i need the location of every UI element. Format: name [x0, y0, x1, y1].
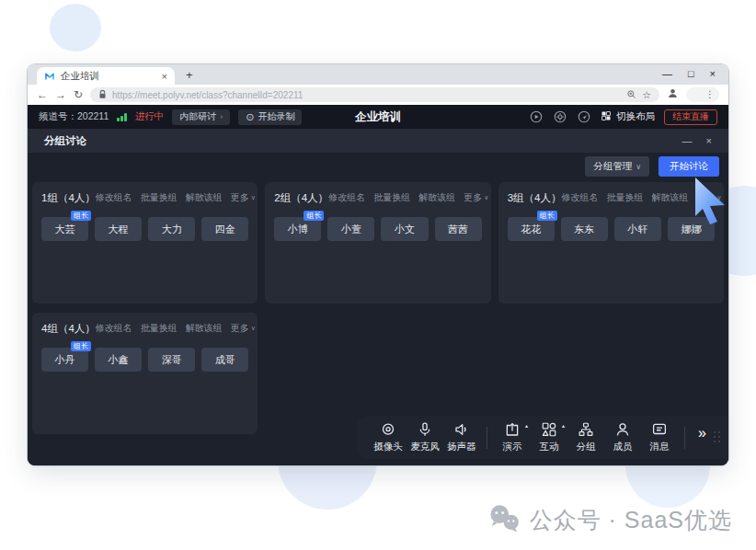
member-name: 四金 — [215, 223, 235, 236]
group-action[interactable]: 修改组名 — [328, 191, 365, 204]
lock-icon — [98, 86, 107, 103]
member-chip[interactable]: 成哥 — [201, 348, 248, 372]
expand-more-icon[interactable]: » — [698, 426, 706, 441]
start-record-label: 开始录制 — [258, 110, 294, 123]
group-action[interactable]: 批量换组 — [141, 322, 178, 335]
switch-layout-label: 切换布局 — [616, 110, 655, 123]
group-more-button[interactable]: 更多∨ — [696, 191, 721, 204]
group-card-header: 3组（4人）修改组名批量换组解散该组更多∨ — [508, 190, 715, 205]
member-chip[interactable]: 小轩 — [614, 217, 661, 241]
member-chip[interactable]: 花花组长 — [508, 217, 555, 241]
browser-menu-button[interactable]: ⋮ — [686, 87, 719, 102]
app-area: 频道号：202211 进行中 内部研讨 › ⊙ 开始录制 企业培训 — [28, 105, 728, 465]
toolbar-mic-button[interactable]: 麦克风 — [407, 421, 443, 453]
group-label: 4组（4人） — [41, 322, 96, 336]
group-manage-button[interactable]: 分组管理 ∨ — [585, 156, 649, 177]
zoom-icon[interactable] — [626, 86, 636, 103]
toolbar-member-button[interactable]: 成员 — [604, 421, 641, 453]
member-chip[interactable]: 茜茜 — [435, 217, 482, 241]
member-chip[interactable]: 深哥 — [148, 348, 195, 372]
group-action[interactable]: 修改组名 — [96, 322, 132, 335]
group-action[interactable]: 批量换组 — [373, 191, 410, 204]
window-close-icon[interactable]: × — [710, 67, 716, 80]
member-name: 深哥 — [162, 353, 182, 367]
group-label: 3组（4人） — [508, 191, 562, 205]
window-maximize-icon[interactable]: □ — [688, 67, 694, 80]
group-action[interactable]: 解散该组 — [651, 191, 688, 204]
toolbar-item-label: 分组 — [577, 441, 596, 453]
member-chip[interactable]: 大芸组长 — [41, 217, 88, 241]
toolbar-group-button[interactable]: 分组 — [567, 421, 604, 453]
group-action[interactable]: 解散该组 — [186, 191, 223, 204]
panel-minimize-icon[interactable]: — — [682, 136, 693, 146]
leader-badge: 组长 — [71, 211, 91, 221]
chevron-down-icon: ∨ — [716, 194, 721, 201]
member-chip[interactable]: 大力 — [148, 217, 195, 241]
member-chip[interactable]: 小鑫 — [95, 348, 142, 372]
member-chips: 大芸组长大程大力四金 — [41, 217, 248, 241]
caret-up-icon: ▴ — [562, 422, 565, 429]
new-tab-button[interactable]: + — [186, 68, 193, 82]
panel-title: 分组讨论 — [44, 134, 86, 148]
internal-discussion-button[interactable]: 内部研讨 › — [172, 109, 230, 125]
group-action[interactable]: 修改组名 — [96, 191, 132, 204]
chevron-down-icon: ∨ — [251, 194, 256, 201]
group-actions: 修改组名批量换组解散该组更多∨ — [96, 322, 256, 335]
panel-controls: — × — [682, 136, 712, 146]
switch-layout-button[interactable]: 切换布局 — [601, 110, 655, 123]
group-action[interactable]: 修改组名 — [561, 191, 598, 204]
member-chip[interactable]: 小萱 — [327, 217, 374, 241]
chevron-down-icon: ∨ — [251, 325, 256, 332]
panel-actions: 分组管理 ∨ 开始讨论 — [585, 156, 719, 177]
group-actions: 修改组名批量换组解散该组更多∨ — [328, 191, 488, 204]
toolbar-speaker-button[interactable]: 扬声器 — [443, 421, 480, 453]
camera-icon — [380, 421, 396, 438]
forward-icon[interactable]: → — [55, 89, 66, 100]
group-more-button[interactable]: 更多∨ — [464, 191, 488, 204]
groups-grid: 1组（4人）修改组名批量换组解散该组更多∨大芸组长大程大力四金2组（4人）修改组… — [32, 182, 724, 434]
group-action[interactable]: 解散该组 — [186, 322, 223, 335]
group-more-button[interactable]: 更多∨ — [231, 322, 256, 335]
reload-icon[interactable]: ↻ — [74, 89, 83, 100]
toolbar-camera-button[interactable]: 摄像头 — [370, 421, 407, 453]
top-bar-right: 切换布局 结束直播 — [529, 109, 717, 125]
start-discussion-button[interactable]: 开始讨论 — [659, 156, 719, 177]
member-chip[interactable]: 四金 — [201, 217, 248, 241]
playback-icon[interactable] — [529, 109, 544, 124]
end-live-button[interactable]: 结束直播 — [664, 109, 717, 125]
bookmark-star-icon[interactable]: ☆ — [642, 90, 651, 100]
member-chip[interactable]: 小博组长 — [274, 217, 321, 241]
member-chip[interactable]: 小文 — [381, 217, 428, 241]
browser-tab[interactable]: 企业培训 × — [37, 67, 175, 85]
group-manage-label: 分组管理 — [593, 160, 632, 173]
tab-close-icon[interactable]: × — [162, 71, 167, 82]
group-action[interactable]: 批量换组 — [141, 191, 178, 204]
member-chip[interactable]: 东东 — [561, 217, 608, 241]
group-action[interactable]: 解散该组 — [418, 191, 455, 204]
share-icon[interactable] — [577, 109, 591, 124]
interact-icon: ▴ — [541, 421, 557, 438]
toolbar-interact-button[interactable]: ▴互动 — [531, 421, 567, 453]
channel-label: 频道号：202211 — [39, 110, 109, 123]
screenshot-stage: 企业培训 × + — □ × ← → ↻ https://meet.polyv.… — [0, 0, 756, 550]
internal-discussion-label: 内部研讨 — [179, 110, 216, 123]
drag-handle-icon[interactable] — [714, 431, 721, 443]
window-minimize-icon[interactable]: — — [662, 67, 672, 80]
member-chip[interactable]: 小丹组长 — [41, 348, 88, 372]
group-more-label: 更多 — [464, 191, 482, 204]
address-bar[interactable]: https://meet.polyv.net/class?channelId=2… — [90, 87, 659, 102]
settings-gear-icon[interactable] — [553, 109, 567, 124]
toolbar-item-label: 扬声器 — [447, 441, 476, 453]
member-chips: 小博组长小萱小文茜茜 — [274, 217, 481, 241]
start-record-button[interactable]: ⊙ 开始录制 — [238, 109, 302, 125]
group-action[interactable]: 批量换组 — [606, 191, 643, 204]
group-more-button[interactable]: 更多∨ — [231, 191, 256, 204]
panel-close-icon[interactable]: × — [706, 136, 712, 146]
toolbar-present-button[interactable]: ▴演示 — [494, 421, 531, 453]
member-chip[interactable]: 娜娜 — [668, 217, 715, 241]
chevron-down-icon: ∨ — [636, 163, 641, 171]
back-icon[interactable]: ← — [37, 89, 48, 100]
toolbar-message-button[interactable]: 消息 — [641, 421, 678, 453]
member-chip[interactable]: 大程 — [95, 217, 142, 241]
profile-avatar-icon[interactable] — [667, 86, 679, 103]
